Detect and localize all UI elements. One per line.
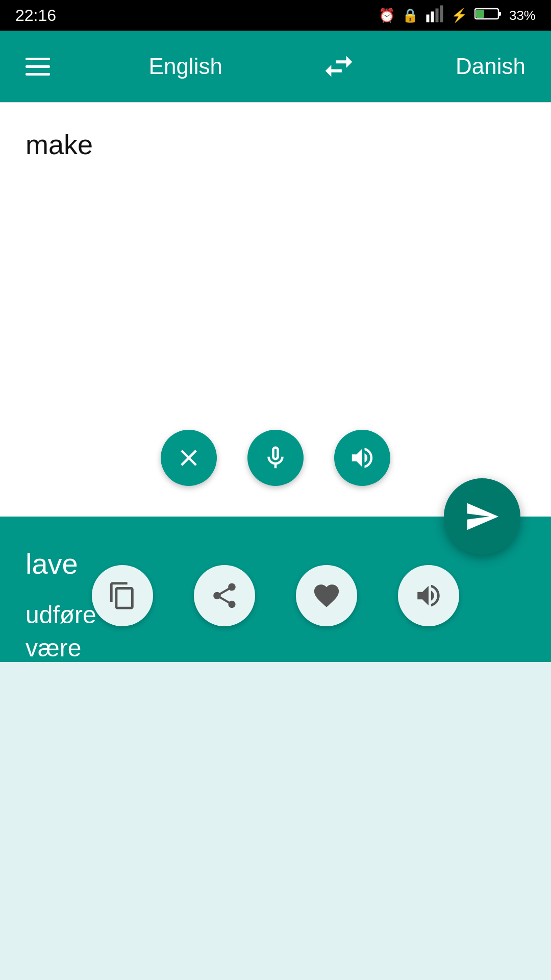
target-language-label[interactable]: Danish [456,54,525,79]
microphone-button[interactable] [247,430,304,486]
toolbar: English Danish [0,31,551,102]
status-bar: 22:16 ⏰ 🔒 ⚡ 33% [0,0,551,31]
battery-icon [474,7,502,24]
hamburger-icon [26,58,50,76]
svg-rect-0 [426,14,429,22]
clear-icon [175,444,203,472]
charging-icon: ⚡ [451,8,467,23]
swap-icon [321,48,357,84]
svg-rect-3 [440,5,443,22]
svg-rect-6 [498,12,501,16]
speak-translation-button[interactable] [398,565,459,626]
speak-source-button[interactable] [334,430,390,486]
swap-languages-button[interactable] [321,48,357,84]
send-icon [464,499,500,534]
source-panel: make [0,103,551,517]
menu-button[interactable] [26,58,50,76]
favorite-button[interactable] [296,565,357,626]
share-icon [210,581,239,610]
battery-percent: 33% [509,8,536,23]
speaker-translation-icon [414,581,443,610]
alarm-icon: ⏰ [379,8,395,23]
svg-rect-5 [476,10,484,18]
share-button[interactable] [194,565,255,626]
svg-rect-1 [431,11,434,22]
translation-alt-2: være [26,634,525,662]
translate-button[interactable] [444,478,520,555]
speaker-icon [348,444,376,472]
heart-icon [312,581,341,610]
source-language-label[interactable]: English [149,54,222,79]
copy-icon [108,581,137,610]
sim-icon: 🔒 [402,8,418,23]
source-text[interactable]: make [26,129,525,430]
bottom-actions [0,565,551,626]
copy-button[interactable] [92,565,153,626]
signal-icon [425,5,444,27]
status-time: 22:16 [15,6,56,25]
microphone-icon [262,444,289,472]
status-icons: ⏰ 🔒 ⚡ 33% [379,5,536,27]
svg-rect-2 [435,8,438,22]
clear-button[interactable] [161,430,217,486]
